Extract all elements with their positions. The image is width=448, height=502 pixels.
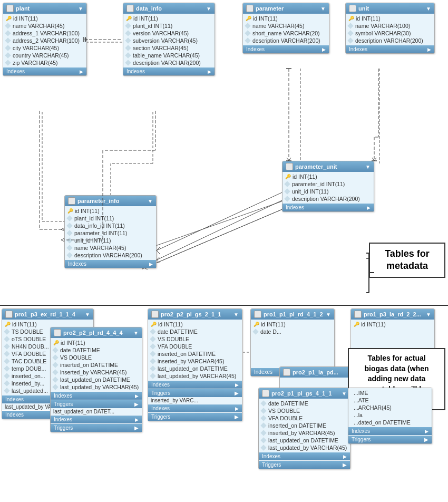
triggers-bar[interactable]: Triggers ▶ (259, 461, 350, 469)
field-row: last_updated_on DATETIME (148, 365, 242, 372)
field-name: temp DOUB... (12, 365, 46, 372)
field-name: country VARCHAR(45) (13, 52, 69, 59)
plant-indexes-bar[interactable]: Indexes ▶ (3, 67, 86, 75)
field-row: date D... (251, 328, 334, 335)
field-name: inserted_by VARCHAR(45) (268, 430, 335, 436)
triggers-bar[interactable]: Triggers ▶ (148, 389, 242, 397)
data-info-indexes-bar[interactable]: Indexes ▶ (123, 67, 215, 75)
indexes-label: Indexes (151, 406, 170, 411)
unit-indexes-bar[interactable]: Indexes ▶ (346, 45, 434, 53)
indexes-bar-2[interactable]: Indexes ▶ (148, 404, 242, 412)
field-name: ...IME (354, 390, 368, 396)
field-diamond-icon (4, 329, 9, 334)
field-name: id INT(11) (253, 15, 278, 22)
indexes-arrow-icon: ▶ (135, 393, 139, 399)
field-diamond-icon (52, 347, 58, 353)
field-name: VS DOUBLE (60, 354, 92, 361)
indexes-bar[interactable]: Indexes ▶ (148, 381, 242, 389)
field-row: date DATETIME (259, 400, 350, 407)
field-diamond-icon (66, 223, 72, 228)
extra-field-row: last_updated_on DATET... (51, 408, 142, 415)
field-diamond-icon (4, 358, 9, 364)
pk-icon: 🔑 (348, 16, 354, 21)
field-diamond-icon (4, 365, 9, 371)
field-name: VS DOUBLE (158, 336, 189, 342)
field-name: id INT(11) (261, 321, 286, 327)
pk-icon: 🔑 (6, 16, 12, 21)
field-name: oTS DOUBLE (12, 336, 46, 342)
pro1-p3-ex-rd-header: pro1_p3_ex_rd_1_1_4 ▼ (2, 309, 93, 320)
triggers-arrow-icon: ▶ (235, 414, 239, 420)
field-name: id INT(11) (12, 321, 37, 327)
field-name: id INT(11) (75, 208, 100, 214)
parameter-indexes-bar[interactable]: Indexes ▶ (243, 45, 329, 53)
field-row: address_1 VARCHAR(100) (3, 30, 86, 37)
field-row: version VARCHAR(45) (123, 30, 215, 37)
triggers-bar[interactable]: Triggers ▶ (348, 436, 432, 443)
field-diamond-icon (52, 369, 58, 375)
field-diamond-icon (260, 400, 266, 406)
pro2-p2-pl-gs-table: pro2_p2_pl_gs_2_1_1 ▼ 🔑 id INT(11) date … (148, 308, 242, 421)
metadata-callout-text: Tables formetadata (385, 248, 430, 271)
indexes-label: Indexes (151, 382, 170, 388)
unit-table: unit ▼ 🔑 id INT(11) name VARCHAR(100) sy… (345, 3, 435, 54)
field-row: inserted_by VARCHAR(45) (259, 429, 350, 437)
field-name: last_updated_on DATETIME (158, 365, 228, 372)
table-body: 🔑 id INT(11) date DATETIME VS DOUBLE ins… (51, 338, 142, 392)
field-name: date DATETIME (158, 329, 198, 335)
field-name: inserted_on DATETIME (158, 351, 216, 357)
field-row: section VARCHAR(45) (123, 44, 215, 52)
parameter-unit-indexes-bar[interactable]: Indexes ▶ (283, 204, 374, 211)
pk-icon: 🔑 (5, 322, 11, 327)
field-name: VFA DOUBLE (268, 415, 303, 421)
triggers-label: Triggers (54, 401, 73, 407)
indexes-arrow-icon: ▶ (235, 406, 239, 411)
top-section: plant ▼ 🔑 id INT(11) name VARCHAR(45) ad… (0, 0, 448, 306)
field-name: parameter_id INT(11) (292, 181, 345, 187)
field-row: 🔑 id INT(11) (3, 15, 86, 22)
field-name: id INT(11) (61, 340, 85, 346)
field-row: name VARCHAR(100) (346, 22, 434, 30)
field-name: name VARCHAR(45) (74, 245, 126, 251)
indexes-bar-2[interactable]: Indexes ▶ (51, 416, 142, 423)
field-name: description VARCHAR(200) (74, 252, 142, 258)
field-name: ...la (354, 412, 363, 418)
indexes-label: Indexes (286, 205, 304, 210)
field-name: description VARCHAR(200) (355, 37, 423, 44)
field-row: last_updated_on DATETIME (51, 376, 142, 383)
triggers-bar-2[interactable]: Triggers ▶ (148, 413, 242, 421)
field-row: data_info_id INT(11) (65, 222, 156, 229)
field-name: short_name VARCHAR(20) (252, 30, 320, 36)
field-row: symbol VARCHAR(30) (346, 30, 434, 37)
indexes-label: Indexes (126, 69, 145, 74)
field-diamond-icon (4, 373, 9, 379)
indexes-arrow-icon: ▶ (427, 47, 431, 52)
triggers-arrow-icon: ▶ (343, 462, 347, 468)
field-row: ...dated_on DATETIME (351, 419, 429, 426)
field-name: VS DOUBLE (268, 408, 300, 414)
field-name: plant_id INT(11) (74, 215, 114, 221)
parameter-info-table-header: parameter_info ▼ (65, 196, 156, 206)
field-name: description VARCHAR(200) (252, 37, 320, 44)
indexes-bar[interactable]: Indexes ▶ (259, 452, 350, 460)
field-name: version VARCHAR(45) (133, 30, 189, 36)
unit-table-arrow: ▼ (426, 6, 431, 12)
pk-icon: 🔑 (354, 322, 359, 327)
field-name: section VARCHAR(45) (133, 45, 188, 51)
pro1-p3-la-rd-header: pro1_p3_la_rd_2_2... ▼ (351, 309, 434, 320)
field-row: last_updated_by VARCHAR(45) (148, 372, 242, 380)
unit-table-body: 🔑 id INT(11) name VARCHAR(100) symbol VA… (346, 14, 434, 45)
field-diamond-icon (66, 230, 72, 236)
triggers-bar-2[interactable]: Triggers ▶ (51, 424, 142, 432)
indexes-bar[interactable]: Indexes ▶ (51, 392, 142, 400)
field-diamond-icon (150, 351, 155, 356)
indexes-arrow-icon: ▶ (149, 262, 153, 267)
parameter-table-name: parameter (256, 5, 284, 12)
indexes-bar[interactable]: Indexes ▶ (348, 427, 432, 435)
field-row: ...IME (351, 389, 429, 397)
field-name: name VARCHAR(45) (13, 23, 64, 29)
field-row: inserted_on DATETIME (51, 361, 142, 369)
triggers-bar[interactable]: Triggers ▶ (51, 400, 142, 408)
field-diamond-icon (150, 358, 155, 364)
parameter-info-indexes-bar[interactable]: Indexes ▶ (65, 260, 156, 268)
